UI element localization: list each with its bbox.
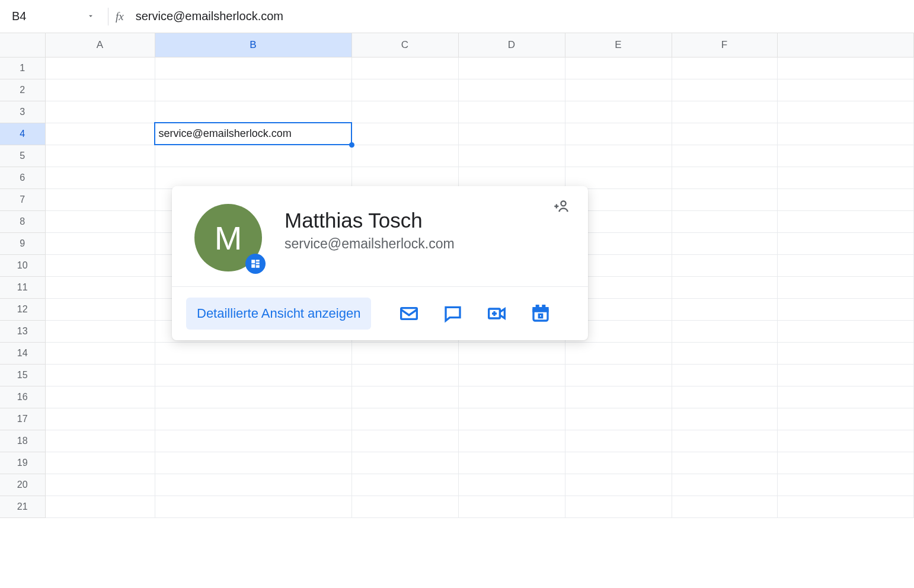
- cell-B16[interactable]: [155, 386, 351, 408]
- cell-A18[interactable]: [45, 430, 155, 452]
- cell-E20[interactable]: [565, 474, 672, 496]
- row-header-6[interactable]: 6: [0, 167, 45, 188]
- cell-A20[interactable]: [45, 474, 155, 496]
- cell-C1[interactable]: [351, 57, 458, 79]
- cell-D14[interactable]: [458, 342, 565, 364]
- cell-F20[interactable]: [672, 474, 777, 496]
- cell-D20[interactable]: [458, 474, 565, 496]
- cell-A10[interactable]: [45, 254, 155, 276]
- cell-B21[interactable]: [155, 496, 351, 517]
- cell-G4[interactable]: [777, 123, 913, 145]
- cell-F21[interactable]: [672, 496, 777, 517]
- row-header-5[interactable]: 5: [0, 145, 45, 167]
- cell-G16[interactable]: [777, 386, 913, 408]
- cell-G10[interactable]: [777, 254, 913, 276]
- calendar-icon[interactable]: [530, 303, 551, 324]
- cell-A6[interactable]: [45, 167, 155, 188]
- cell-C17[interactable]: [351, 408, 458, 430]
- cell-A17[interactable]: [45, 408, 155, 430]
- cell-B18[interactable]: [155, 430, 351, 452]
- cell-F9[interactable]: [672, 232, 777, 254]
- row-header-9[interactable]: 9: [0, 232, 45, 254]
- add-contact-button[interactable]: [551, 198, 571, 217]
- cell-D4[interactable]: [458, 123, 565, 145]
- cell-G15[interactable]: [777, 364, 913, 386]
- video-call-icon[interactable]: [486, 303, 507, 324]
- cell-D6[interactable]: [458, 167, 565, 188]
- formula-input[interactable]: [136, 9, 908, 23]
- cell-A8[interactable]: [45, 210, 155, 232]
- cell-A11[interactable]: [45, 276, 155, 298]
- row-header-18[interactable]: 18: [0, 430, 45, 452]
- row-header-11[interactable]: 11: [0, 276, 45, 298]
- cell-E18[interactable]: [565, 430, 672, 452]
- cell-E5[interactable]: [565, 145, 672, 167]
- cell-E15[interactable]: [565, 364, 672, 386]
- cell-B17[interactable]: [155, 408, 351, 430]
- show-detailed-view-button[interactable]: Detaillierte Ansicht anzeigen: [186, 298, 371, 330]
- select-all-corner[interactable]: [0, 33, 45, 57]
- row-header-14[interactable]: 14: [0, 342, 45, 364]
- cell-F18[interactable]: [672, 430, 777, 452]
- cell-D19[interactable]: [458, 452, 565, 474]
- cell-A13[interactable]: [45, 320, 155, 342]
- row-header-8[interactable]: 8: [0, 210, 45, 232]
- cell-C2[interactable]: [351, 79, 458, 101]
- column-header-B[interactable]: B: [155, 33, 351, 57]
- column-header-F[interactable]: F: [672, 33, 777, 57]
- cell-C19[interactable]: [351, 452, 458, 474]
- cell-E14[interactable]: [565, 342, 672, 364]
- cell-F10[interactable]: [672, 254, 777, 276]
- row-header-3[interactable]: 3: [0, 101, 45, 123]
- cell-G20[interactable]: [777, 474, 913, 496]
- cell-A1[interactable]: [45, 57, 155, 79]
- cell-F4[interactable]: [672, 123, 777, 145]
- cell-F12[interactable]: [672, 298, 777, 320]
- row-header-13[interactable]: 13: [0, 320, 45, 342]
- cell-G17[interactable]: [777, 408, 913, 430]
- cell-G2[interactable]: [777, 79, 913, 101]
- cell-G7[interactable]: [777, 188, 913, 210]
- cell-C18[interactable]: [351, 430, 458, 452]
- cell-G12[interactable]: [777, 298, 913, 320]
- cell-G14[interactable]: [777, 342, 913, 364]
- fill-handle[interactable]: [349, 142, 354, 148]
- cell-A19[interactable]: [45, 452, 155, 474]
- cell-F1[interactable]: [672, 57, 777, 79]
- cell-D3[interactable]: [458, 101, 565, 123]
- cell-B19[interactable]: [155, 452, 351, 474]
- row-header-19[interactable]: 19: [0, 452, 45, 474]
- cell-D16[interactable]: [458, 386, 565, 408]
- cell-B3[interactable]: [155, 101, 351, 123]
- cell-E16[interactable]: [565, 386, 672, 408]
- cell-D21[interactable]: [458, 496, 565, 517]
- cell-E19[interactable]: [565, 452, 672, 474]
- cell-F19[interactable]: [672, 452, 777, 474]
- cell-F7[interactable]: [672, 188, 777, 210]
- row-header-16[interactable]: 16: [0, 386, 45, 408]
- cell-B5[interactable]: [155, 145, 351, 167]
- row-header-10[interactable]: 10: [0, 254, 45, 276]
- row-header-1[interactable]: 1: [0, 57, 45, 79]
- cell-G21[interactable]: [777, 496, 913, 517]
- row-header-17[interactable]: 17: [0, 408, 45, 430]
- cell-F6[interactable]: [672, 167, 777, 188]
- cell-A14[interactable]: [45, 342, 155, 364]
- column-header-A[interactable]: A: [45, 33, 155, 57]
- cell-A2[interactable]: [45, 79, 155, 101]
- cell-A16[interactable]: [45, 386, 155, 408]
- cell-D18[interactable]: [458, 430, 565, 452]
- row-header-20[interactable]: 20: [0, 474, 45, 496]
- cell-G1[interactable]: [777, 57, 913, 79]
- cell-F13[interactable]: [672, 320, 777, 342]
- cell-G6[interactable]: [777, 167, 913, 188]
- cell-B4[interactable]: service@emailsherlock.com: [155, 123, 351, 145]
- cell-C20[interactable]: [351, 474, 458, 496]
- cell-G13[interactable]: [777, 320, 913, 342]
- cell-G18[interactable]: [777, 430, 913, 452]
- cell-A15[interactable]: [45, 364, 155, 386]
- cell-A5[interactable]: [45, 145, 155, 167]
- column-header-E[interactable]: E: [565, 33, 672, 57]
- cell-D5[interactable]: [458, 145, 565, 167]
- cell-B2[interactable]: [155, 79, 351, 101]
